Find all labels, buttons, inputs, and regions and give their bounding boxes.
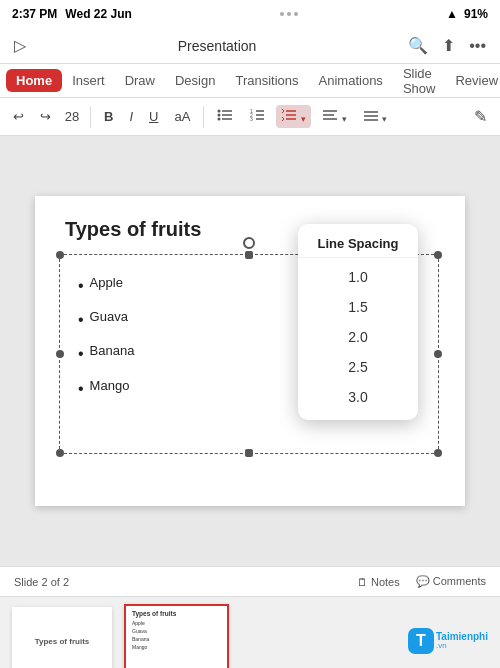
thumbnail-1-container: Types of fruits 1 [12,607,112,669]
handle-tr[interactable] [434,251,442,259]
thumb2-content: Types of fruits Apple Guava Banana Mango [126,606,227,655]
line-spacing-icon [281,108,297,122]
title-bar: ▷ Presentation 🔍 ⬆ ••• [0,28,500,64]
tab-home[interactable]: Home [6,69,62,92]
more-icon[interactable]: ••• [469,37,486,55]
thumb2-item-2: Guava [132,627,221,635]
dot2 [287,12,291,16]
toolbar: ↩ ↪ 28 B I U aA 123 ▾ ▾ ▾ ✎ [0,98,500,136]
search-icon[interactable]: 🔍 [408,36,428,55]
line-spacing-option-3[interactable]: 2.0 [298,322,418,352]
list-item: • Apple [78,269,134,303]
handle-mr[interactable] [434,350,442,358]
thumbnail-1[interactable]: Types of fruits [12,607,112,669]
thumbnails-bar: Types of fruits 1 Types of fruits Apple … [0,596,500,668]
svg-point-3 [218,110,221,113]
bullet-dot: • [78,268,84,303]
line-spacing-option-1[interactable]: 1.0 [298,262,418,292]
comments-icon: 💬 [416,575,430,587]
watermark-logo: T [408,628,434,654]
comments-button[interactable]: 💬 Comments [416,575,486,588]
bullet-dot: • [78,336,84,371]
bottom-bar: Slide 2 of 2 🗒 Notes 💬 Comments [0,566,500,596]
bullet-text-1: Apple [90,269,123,298]
watermark-text-block: Taimienphi .vn [436,631,488,651]
rotate-handle[interactable] [243,237,255,249]
text-size-button[interactable]: aA [169,106,195,127]
list-item: • Banana [78,337,134,371]
italic-button[interactable]: I [124,106,138,127]
tab-transitions[interactable]: Transitions [225,69,308,92]
handle-tm[interactable] [245,251,253,259]
popup-title: Line Spacing [298,232,418,258]
tab-draw[interactable]: Draw [115,69,165,92]
thumb2-item-4: Mango [132,643,221,651]
dot1 [280,12,284,16]
line-spacing-popup[interactable]: Line Spacing 1.0 1.5 2.0 2.5 3.0 [298,224,418,420]
document-title: Presentation [178,38,257,54]
thumb2-item-1: Apple [132,619,221,627]
more-options-button[interactable]: ✎ [469,104,492,129]
bullet-list: • Apple • Guava • Banana • Mango [78,269,134,406]
sep2 [203,106,204,128]
watermark: T Taimienphi .vn [408,628,488,654]
thumb2-item-3: Banana [132,635,221,643]
bullets-icon [217,108,233,122]
thumbnail-2[interactable]: Types of fruits Apple Guava Banana Mango [124,604,229,669]
time: 2:37 PM [12,7,57,21]
bold-button[interactable]: B [99,106,118,127]
list-item: • Mango [78,372,134,406]
line-spacing-option-4[interactable]: 2.5 [298,352,418,382]
window-controls [280,12,298,16]
font-size[interactable]: 28 [62,109,82,124]
share-icon[interactable]: ⬆ [442,36,455,55]
tab-slideshow[interactable]: Slide Show [393,62,446,100]
status-right: ▲ 91% [446,7,488,21]
slide-title: Types of fruits [65,218,201,241]
handle-br[interactable] [434,449,442,457]
handle-bm[interactable] [245,449,253,457]
alignment-icon [322,108,338,122]
svg-text:3: 3 [250,116,253,122]
underline-button[interactable]: U [144,106,163,127]
thumb2-title: Types of fruits [132,610,221,617]
more-align-icon [363,108,379,122]
bullet-dot: • [78,371,84,406]
redo-button[interactable]: ↪ [35,106,56,127]
svg-point-5 [218,118,221,121]
main-area: Types of fruits • Apple • Guava [0,136,500,566]
bullets-button[interactable] [212,105,238,128]
thumb2-items: Apple Guava Banana Mango [132,619,221,651]
tab-insert[interactable]: Insert [62,69,115,92]
thumb1-title: Types of fruits [35,637,90,646]
day: Wed 22 Jun [65,7,131,21]
wifi-icon: ▲ [446,7,458,21]
list-item: • Guava [78,303,134,337]
play-icon[interactable]: ▷ [14,36,26,55]
bullet-dot: • [78,302,84,337]
line-spacing-option-5[interactable]: 3.0 [298,382,418,412]
ribbon-tabs: Home Insert Draw Design Transitions Anim… [0,64,500,98]
line-spacing-option-2[interactable]: 1.5 [298,292,418,322]
handle-tl[interactable] [56,251,64,259]
handle-bl[interactable] [56,449,64,457]
notes-button[interactable]: 🗒 Notes [357,576,400,588]
tab-animations[interactable]: Animations [309,69,393,92]
battery: 91% [464,7,488,21]
undo-button[interactable]: ↩ [8,106,29,127]
tab-review[interactable]: Review [445,69,500,92]
thumbnail-2-container: Types of fruits Apple Guava Banana Mango… [124,604,229,669]
line-spacing-button[interactable]: ▾ [276,105,311,128]
numbered-list-icon: 123 [249,108,265,122]
dot3 [294,12,298,16]
title-icons: 🔍 ⬆ ••• [408,36,486,55]
more-align-button[interactable]: ▾ [358,105,393,128]
handle-ml[interactable] [56,350,64,358]
alignment-button[interactable]: ▾ [317,105,352,128]
bullet-text-4: Mango [90,372,130,401]
numbered-list-button[interactable]: 123 [244,105,270,128]
svg-point-4 [218,114,221,117]
sep1 [90,106,91,128]
tab-design[interactable]: Design [165,69,225,92]
notes-icon: 🗒 [357,576,368,588]
